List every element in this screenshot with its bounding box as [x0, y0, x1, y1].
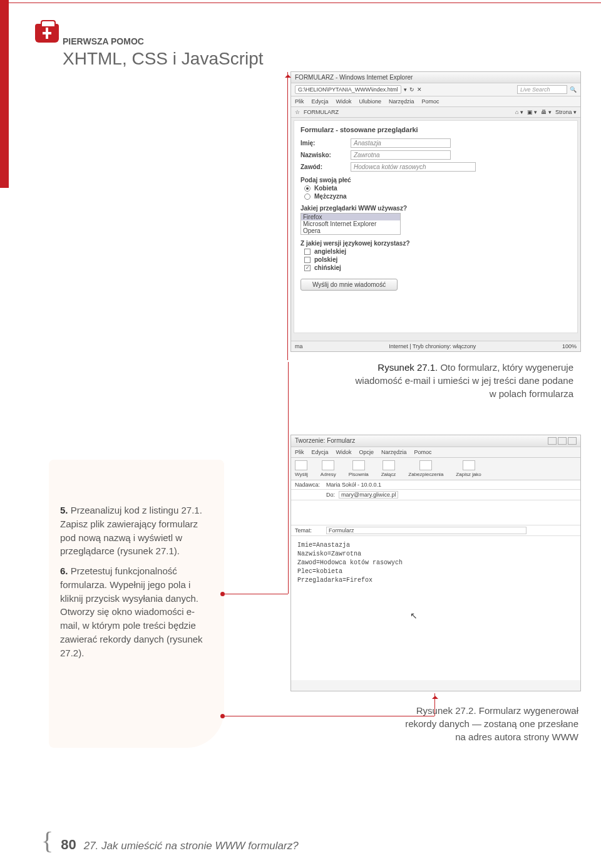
feed-icon[interactable]: ▣ ▾ — [527, 109, 538, 115]
menu-item[interactable]: Plik — [295, 449, 304, 455]
tool-label: Adresy — [321, 472, 336, 477]
check-angielskiej[interactable] — [304, 249, 311, 255]
input-imie[interactable]: Anastazja — [351, 138, 451, 148]
figure-caption-2: Rysunek 27.2. Formularz wygenerował reko… — [401, 704, 578, 743]
menu-item[interactable]: Pomoc — [422, 98, 439, 105]
from-value[interactable]: Maria Sokół - 10.0.0.1 — [326, 482, 381, 488]
radio-kobieta[interactable] — [304, 185, 311, 192]
send-icon[interactable] — [295, 460, 307, 470]
mail-body[interactable]: Imie=Anastazja Nazwisko=Zawrotna Zawod=H… — [291, 536, 580, 680]
security-icon[interactable] — [419, 460, 432, 470]
addresses-icon[interactable] — [322, 460, 334, 470]
lang-heading: Z jakiej wersji językowej korzystasz? — [300, 240, 571, 247]
menu-item[interactable]: Widok — [336, 98, 352, 105]
refresh-icon[interactable]: ↻ — [409, 86, 414, 93]
radio-mezczyzna[interactable] — [304, 194, 311, 200]
check-label: chińskiej — [314, 264, 341, 271]
submit-button[interactable]: Wyślij do mnie wiadomość — [300, 279, 398, 291]
menu-item[interactable]: Pomoc — [414, 449, 432, 455]
body-line: Imie=Anastazja — [297, 541, 574, 550]
tool-label: Zapisz jako — [456, 472, 481, 477]
stop-icon[interactable]: ✕ — [417, 86, 422, 93]
tool-label: Pisownia — [349, 472, 369, 477]
menu-item[interactable]: Opcje — [359, 449, 374, 455]
close-button[interactable] — [568, 437, 577, 445]
address-bar[interactable]: G:\HELION\PYTANIA_WWW\index.html — [295, 85, 401, 94]
margin-red-bar — [0, 0, 9, 188]
radio-label: Mężczyzna — [314, 193, 347, 200]
screenshot-mail-compose: Tworzenie: Formularz Plik Edycja Widok O… — [290, 435, 581, 691]
status-zone: Internet | Tryb chroniony: włączony — [389, 343, 476, 349]
spell-icon[interactable] — [352, 460, 365, 470]
figure-caption-1: Rysunek 27.1. Oto formularz, który wygen… — [348, 361, 573, 400]
label-imie: Imię: — [300, 140, 344, 147]
window-title: Tworzenie: Formularz — [295, 437, 355, 445]
callout-arrow-1 — [287, 72, 288, 360]
menu-item[interactable]: Narzędzia — [389, 98, 414, 105]
go-button[interactable]: ▾ — [404, 86, 407, 93]
from-label: Nadawca: — [295, 482, 326, 488]
step-5: 5. Przeanalizuj kod z listingu 27.1. Zap… — [60, 504, 213, 558]
maximize-button[interactable] — [558, 437, 567, 445]
tab[interactable]: FORMULARZ — [304, 109, 339, 115]
favorites-icon[interactable]: ☆ — [295, 109, 300, 115]
browser-heading: Jakiej przeglądarki WWW używasz? — [300, 205, 571, 212]
list-item[interactable]: Opera — [301, 227, 400, 234]
steps-box: 5. Przeanalizuj kod z listingu 27.1. Zap… — [49, 460, 224, 748]
home-icon[interactable]: ⌂ ▾ — [515, 109, 523, 115]
subject-label: Temat: — [295, 527, 326, 534]
input-zawod[interactable]: Hodowca kotów rasowych — [351, 162, 476, 172]
cursor-icon: ↖ — [410, 611, 418, 621]
brace-icon: { — [41, 834, 53, 849]
body-line: Zawod=Hodowca kotów rasowych — [297, 559, 574, 567]
minimize-button[interactable] — [548, 437, 557, 445]
top-red-rule — [9, 3, 601, 3]
check-polskiej[interactable] — [304, 257, 311, 263]
menu-item[interactable]: Edycja — [312, 98, 329, 105]
check-chinskiej[interactable] — [304, 265, 311, 271]
print-icon[interactable]: 🖶 ▾ — [541, 109, 552, 115]
form-heading: Formularz - stosowane przeglądarki — [300, 126, 571, 133]
callout-line-1 — [223, 594, 288, 594]
screenshot-ie-form: FORMULARZ - Windows Internet Explorer G:… — [290, 71, 581, 352]
browser-listbox[interactable]: Firefox Microsoft Internet Explorer Oper… — [300, 213, 401, 235]
menu-bar: Plik Edycja Widok Opcje Narzędzia Pomoc — [291, 447, 580, 458]
caption-title: Rysunek 27.1. — [378, 362, 438, 373]
attach-icon[interactable] — [383, 460, 395, 470]
body-line: Nazwisko=Zawrotna — [297, 550, 574, 559]
input-nazwisko[interactable]: Zawrotna — [351, 150, 451, 160]
search-box[interactable]: Live Search — [517, 85, 567, 94]
toolbar: Wyślij Adresy Pisownia Załącz Zabezpiecz… — [291, 458, 580, 480]
menu-bar: Plik Edycja Widok Ulubione Narzędzia Pom… — [291, 96, 580, 107]
to-value[interactable]: mary@mary.gliwice.pl — [339, 491, 398, 499]
saveas-icon[interactable] — [463, 460, 475, 470]
tool-label: Załącz — [381, 472, 396, 477]
search-icon[interactable]: 🔍 — [570, 86, 577, 93]
list-item[interactable]: Microsoft Internet Explorer — [301, 220, 400, 227]
menu-item[interactable]: Narzędzia — [381, 449, 407, 455]
gender-heading: Podaj swoją płeć — [300, 177, 571, 183]
page-footer: { 80 27. Jak umieścić na stronie WWW for… — [41, 834, 299, 853]
menu-item[interactable]: Plik — [295, 98, 304, 105]
radio-label: Kobieta — [314, 185, 337, 192]
menu-item[interactable]: Edycja — [312, 449, 329, 455]
zoom-level[interactable]: 100% — [562, 343, 577, 349]
status-left: ma — [295, 343, 303, 349]
caption-title: Rysunek 27.2. — [416, 705, 476, 716]
label-nazwisko: Nazwisko: — [300, 152, 344, 158]
menu-item[interactable]: Widok — [336, 449, 352, 455]
page-number: 80 — [61, 837, 76, 853]
list-item[interactable]: Firefox — [301, 214, 400, 220]
check-label: angielskiej — [314, 248, 346, 255]
body-line: Plec=kobieta — [297, 567, 574, 576]
subject-value[interactable]: Formularz — [326, 527, 527, 534]
tool-label: Zabezpieczenia — [408, 472, 443, 477]
page-body: Formularz - stosowane przeglądarki Imię:… — [294, 120, 578, 333]
body-line: Przegladarka=Firefox — [297, 576, 574, 585]
menu-item[interactable]: Ulubione — [359, 98, 382, 105]
page-menu[interactable]: Strona ▾ — [555, 109, 577, 115]
check-label: polskiej — [314, 256, 337, 263]
chapter-title: XHTML, CSS i JavaScript — [63, 49, 264, 69]
label-zawod: Zawód: — [300, 163, 344, 170]
to-label: Do: — [295, 492, 339, 498]
